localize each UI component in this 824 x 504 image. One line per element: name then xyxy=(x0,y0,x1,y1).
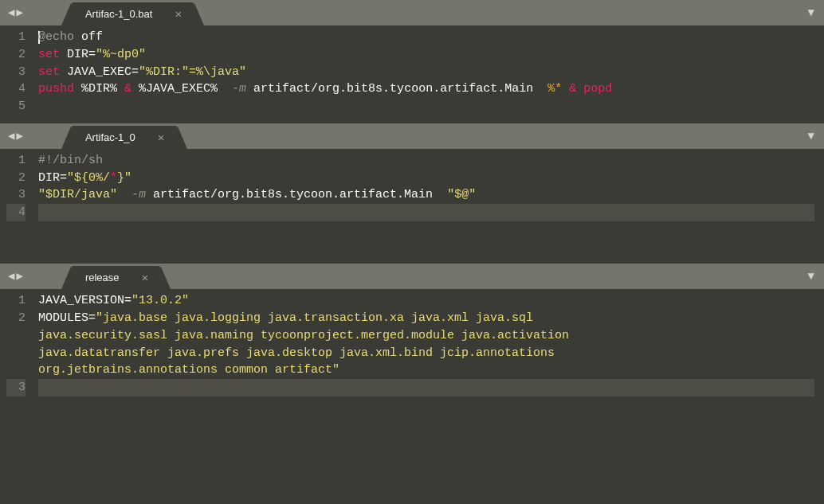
line-number: 2 xyxy=(6,46,26,64)
line-number xyxy=(6,345,26,362)
close-icon[interactable]: × xyxy=(158,131,165,144)
line-number: 3 xyxy=(6,379,26,397)
nav-forward-icon[interactable]: ▶ xyxy=(16,7,22,18)
dropdown-icon[interactable]: ▼ xyxy=(808,130,814,143)
dropdown-icon[interactable]: ▼ xyxy=(808,6,814,19)
code-line: org.jetbrains.annotations common artifac… xyxy=(38,361,814,379)
line-number: 3 xyxy=(6,64,26,81)
editor-pane: ◀ ▶ release × ▼ 1 2 3 JAVA_VERSION="13.0… xyxy=(0,264,824,404)
code-area[interactable]: JAVA_VERSION="13.0.2" MODULES="java.base… xyxy=(35,289,824,400)
file-tab[interactable]: release × xyxy=(71,266,161,289)
close-icon[interactable]: × xyxy=(142,271,149,284)
code-line: java.datatransfer java.prefs java.deskto… xyxy=(38,345,814,362)
tab-bar: ◀ ▶ Artifac-1_0 × ▼ xyxy=(0,123,824,149)
code-line: MODULES="java.base java.logging java.tra… xyxy=(38,310,814,327)
nav-back-icon[interactable]: ◀ xyxy=(8,7,14,18)
tab-title: Artifac-1_0 xyxy=(85,131,135,143)
nav-back-icon[interactable]: ◀ xyxy=(8,271,14,282)
code-line xyxy=(38,221,814,239)
tab-bar: ◀ ▶ release × ▼ xyxy=(0,264,824,289)
line-gutter: 1 2 3 4 xyxy=(0,149,35,260)
nav-arrows: ◀ ▶ xyxy=(0,131,31,142)
nav-arrows: ◀ ▶ xyxy=(0,7,31,18)
line-number: 5 xyxy=(6,98,26,115)
code-line: DIR="${0%/*}" xyxy=(38,170,814,187)
tab-title: Artifac-1_0.bat xyxy=(85,8,153,20)
editor-pane: ◀ ▶ Artifac-1_0 × ▼ 1 2 3 4 #!/bin/sh DI… xyxy=(0,123,824,264)
line-number xyxy=(6,327,26,345)
line-number: 1 xyxy=(6,292,26,310)
code-area[interactable]: @echo off set DIR="%~dp0" set JAVA_EXEC=… xyxy=(35,25,824,119)
line-number: 1 xyxy=(6,152,26,170)
line-gutter: 1 2 3 4 5 xyxy=(0,25,35,119)
code-line: JAVA_VERSION="13.0.2" xyxy=(38,292,814,310)
line-number: 4 xyxy=(6,80,26,98)
close-icon[interactable]: × xyxy=(175,7,182,21)
nav-forward-icon[interactable]: ▶ xyxy=(16,271,22,282)
line-number: 1 xyxy=(6,29,26,46)
line-number xyxy=(6,361,26,379)
code-line: @echo off xyxy=(38,29,814,46)
tab-title: release xyxy=(85,272,120,283)
code-editor[interactable]: 1 2 3 4 5 @echo off set DIR="%~dp0" set … xyxy=(0,25,824,123)
file-tab[interactable]: Artifac-1_0.bat × xyxy=(71,2,194,25)
code-line xyxy=(38,98,814,115)
line-number: 4 xyxy=(6,204,26,221)
code-line xyxy=(38,204,814,221)
code-editor[interactable]: 1 2 3 JAVA_VERSION="13.0.2" MODULES="jav… xyxy=(0,289,824,404)
line-number: 3 xyxy=(6,186,26,204)
code-line: pushd %DIR% & %JAVA_EXEC% -m artifact/or… xyxy=(38,80,814,98)
line-gutter: 1 2 3 xyxy=(0,289,35,400)
line-number: 2 xyxy=(6,170,26,187)
line-number: 2 xyxy=(6,310,26,327)
code-line xyxy=(38,239,814,256)
code-line: set DIR="%~dp0" xyxy=(38,46,814,64)
code-line: java.security.sasl java.naming tycoonpro… xyxy=(38,327,814,345)
nav-arrows: ◀ ▶ xyxy=(0,271,31,282)
code-area[interactable]: #!/bin/sh DIR="${0%/*}" "$DIR/java" -m a… xyxy=(35,149,824,260)
code-line: #!/bin/sh xyxy=(38,152,814,170)
code-editor[interactable]: 1 2 3 4 #!/bin/sh DIR="${0%/*}" "$DIR/ja… xyxy=(0,149,824,264)
code-line: set JAVA_EXEC="%DIR:"=%\java" xyxy=(38,64,814,81)
nav-back-icon[interactable]: ◀ xyxy=(8,131,14,142)
code-line: "$DIR/java" -m artifact/org.bit8s.tycoon… xyxy=(38,186,814,204)
code-line xyxy=(38,379,814,397)
nav-forward-icon[interactable]: ▶ xyxy=(16,131,22,142)
dropdown-icon[interactable]: ▼ xyxy=(808,270,814,283)
tab-bar: ◀ ▶ Artifac-1_0.bat × ▼ xyxy=(0,0,824,25)
editor-pane: ◀ ▶ Artifac-1_0.bat × ▼ 1 2 3 4 5 @echo … xyxy=(0,0,824,123)
file-tab[interactable]: Artifac-1_0 × xyxy=(71,126,178,149)
